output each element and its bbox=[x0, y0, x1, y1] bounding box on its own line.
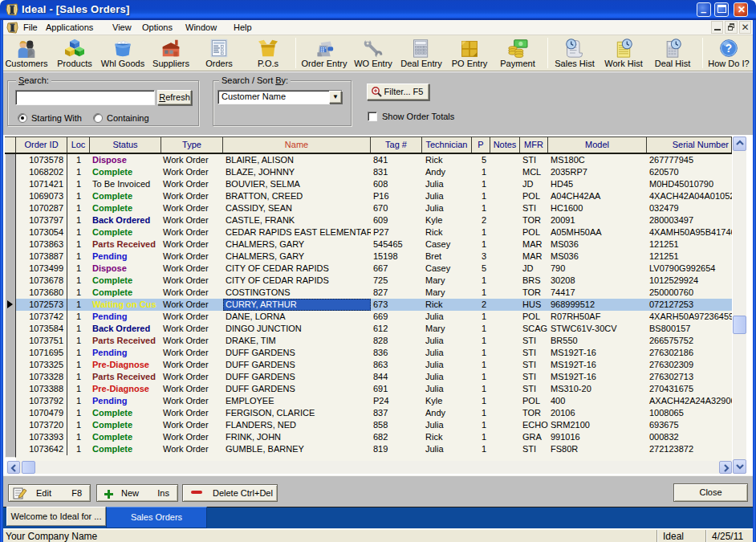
svg-text:?: ? bbox=[726, 43, 732, 55]
